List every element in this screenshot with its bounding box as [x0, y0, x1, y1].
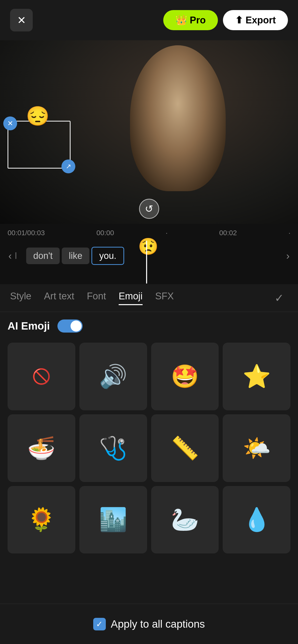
ai-emoji-toggle[interactable]: [57, 319, 83, 333]
emoji-cell-disabled[interactable]: 🚫: [8, 343, 75, 410]
time-mark-1: 00:00: [96, 229, 114, 237]
tab-style[interactable]: Style: [10, 291, 31, 305]
tab-font[interactable]: Font: [87, 291, 106, 305]
pro-button[interactable]: 👑 Pro: [163, 10, 218, 30]
export-button[interactable]: ⬆ Export: [223, 10, 288, 30]
caption-box-close[interactable]: ✕: [3, 116, 17, 130]
emoji-cell-star[interactable]: ⭐: [223, 343, 290, 410]
emoji-cell-speaker[interactable]: 🔊: [79, 343, 147, 410]
emoji-cell-noodles[interactable]: 🍜: [8, 414, 75, 482]
time-mark-2: 00:02: [219, 229, 237, 237]
emoji-cell-ruler[interactable]: 📏: [151, 414, 219, 482]
emoji-cell-partly-cloudy[interactable]: 🌤️: [223, 414, 290, 482]
emoji-cell-swan[interactable]: 🦢: [151, 486, 219, 554]
video-area: ✕ 😔 ↗ ↺: [0, 40, 298, 224]
tab-bar: Style Art text Font Emoji SFX ✓: [0, 284, 298, 312]
confirm-button[interactable]: ✓: [270, 289, 288, 307]
ai-emoji-label: AI Emoji: [8, 320, 50, 332]
time-dot-1: ·: [166, 229, 168, 237]
apply-bar: ✓ Apply to all captions: [0, 604, 298, 644]
tabs-container: Style Art text Font Emoji SFX: [10, 291, 174, 305]
close-button[interactable]: ✕: [10, 9, 33, 31]
emoji-cell-sunflower[interactable]: 🌻: [8, 486, 75, 554]
word-chip-dont[interactable]: don't: [26, 248, 60, 264]
next-arrow[interactable]: ›: [280, 248, 295, 263]
apply-checkbox[interactable]: ✓: [93, 618, 106, 630]
current-time: 00:01/00:03: [8, 229, 45, 237]
resize-handle[interactable]: ↗: [61, 159, 75, 173]
caption-box[interactable]: ✕ 😔 ↗: [8, 121, 71, 169]
emoji-grid: 🚫 🔊 🤩 ⭐ 🍜 🩺 📏 🌤️ 🌻 🏙️ 🦢 💧: [8, 343, 290, 558]
emoji-cell-cityscape[interactable]: 🏙️: [79, 486, 147, 554]
face-simulation: [130, 45, 226, 191]
timeline-emoji: 😟: [138, 237, 158, 256]
export-icon: ⬆: [235, 15, 243, 26]
emoji-cell-droplet[interactable]: 💧: [223, 486, 290, 554]
timeline: 00:01/00:03 00:00 · 00:02 · ‹ I don't li…: [0, 224, 298, 284]
toggle-knob: [71, 320, 82, 332]
replay-button[interactable]: ↺: [139, 199, 159, 219]
timeline-times: 00:01/00:03 00:00 · 00:02 ·: [0, 229, 298, 237]
top-right-actions: 👑 Pro ⬆ Export: [163, 10, 288, 30]
emoji-panel: AI Emoji 🚫 🔊 🤩 ⭐ 🍜 🩺 📏 🌤️ 🌻 🏙️ 🦢 💧: [0, 312, 298, 558]
top-bar: ✕ 👑 Pro ⬆ Export: [0, 0, 298, 40]
time-dot-2: ·: [288, 229, 290, 237]
tab-sfx[interactable]: SFX: [155, 291, 174, 305]
timeline-track: ‹ I don't like you. 😟 ›: [0, 241, 298, 271]
tab-emoji[interactable]: Emoji: [119, 291, 143, 305]
ai-emoji-row: AI Emoji: [8, 319, 290, 333]
crown-icon: 👑: [175, 15, 187, 26]
emoji-cell-stethoscope[interactable]: 🩺: [79, 414, 147, 482]
caption-emoji: 😔: [26, 105, 50, 127]
prev-arrow[interactable]: ‹: [3, 248, 18, 263]
word-chip-you[interactable]: you.: [91, 247, 124, 265]
apply-label: Apply to all captions: [111, 618, 205, 630]
playhead: [146, 241, 147, 284]
word-chip-like[interactable]: like: [62, 248, 89, 264]
tab-art-text[interactable]: Art text: [44, 291, 74, 305]
video-background: ✕ 😔 ↗ ↺: [0, 40, 298, 224]
emoji-cell-starstruck[interactable]: 🤩: [151, 343, 219, 410]
